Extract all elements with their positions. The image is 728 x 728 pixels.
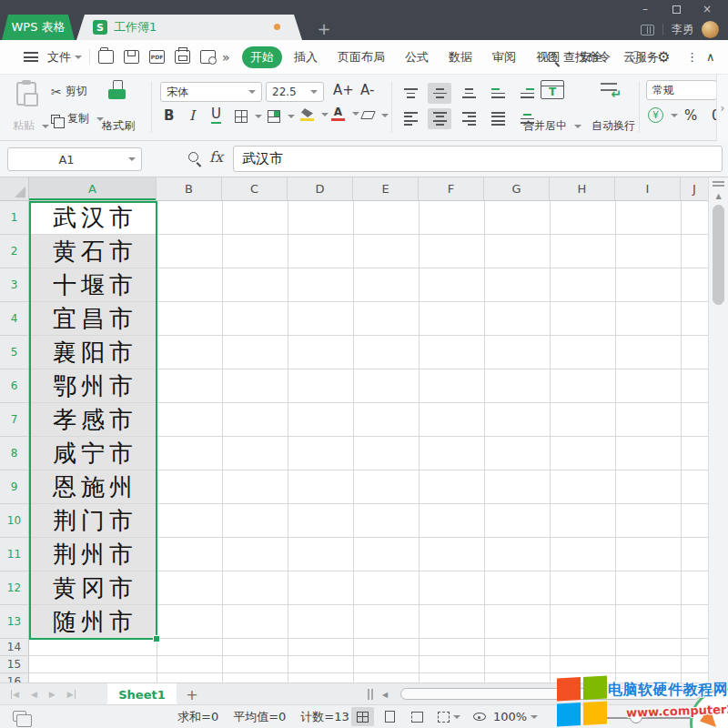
print-preview-icon[interactable] [200,50,216,64]
split-handle-icon[interactable] [713,181,724,183]
maximize-button[interactable] [661,0,692,18]
tab-data[interactable]: 数据 [440,46,480,68]
merge-center-button[interactable]: T [541,80,564,99]
export-pdf-icon[interactable]: PDF [149,50,165,64]
hamburger-menu-button[interactable] [24,40,38,74]
row-header[interactable]: 3 [0,268,28,302]
empty-row[interactable] [29,639,708,656]
row-header[interactable]: 11 [0,538,28,571]
last-sheet-icon[interactable]: ▶ [67,690,76,699]
ribbon-expand-chevron-icon[interactable]: › [716,75,728,141]
feedback-button[interactable] [630,40,642,74]
number-format-select[interactable]: 常规 [646,80,717,100]
paste-button[interactable] [16,82,36,106]
tab-formulas[interactable]: 公式 [397,46,437,68]
merge-center-label[interactable]: 合并居中 [515,118,590,134]
paste-label[interactable]: 粘贴 [9,118,53,134]
zoom-level-button[interactable]: 100% [493,705,538,728]
align-left-button[interactable] [399,108,422,129]
row-header[interactable]: 16 [0,673,28,682]
cell-a13[interactable]: 随州市 [29,605,157,638]
horizontal-split-handle[interactable] [368,689,369,700]
minimize-button[interactable]: – [630,0,661,18]
print-icon[interactable] [175,50,190,64]
prev-sheet-icon[interactable]: ◀ [31,690,37,699]
name-box[interactable]: A1 [7,147,142,171]
fill-color-button[interactable] [300,108,329,121]
row-header[interactable]: 6 [0,369,28,403]
reading-view-button[interactable] [468,707,490,726]
row-header[interactable]: 2 [0,235,28,268]
sheet-tab-sheet1[interactable]: Sheet1 [107,683,177,705]
add-sheet-button[interactable]: + [182,684,202,704]
cell-shading-button[interactable] [268,110,295,123]
align-center-button[interactable] [428,108,451,129]
currency-format-button[interactable]: ¥ [648,107,678,123]
normal-view-button[interactable] [351,707,374,726]
new-document-tab-button[interactable]: + [315,19,333,38]
settings-button[interactable]: ⚙ [657,40,670,74]
page-layout-view-button[interactable] [379,707,401,726]
scroll-left-arrow-icon[interactable]: ◀ [382,691,388,699]
zoom-in-button[interactable]: + [711,707,723,724]
row-header[interactable]: 14 [0,639,28,656]
column-header-a[interactable]: A [29,177,157,200]
tab-home[interactable]: 开始 [242,46,282,68]
open-file-icon[interactable] [98,50,114,64]
zoom-formula-icon[interactable] [188,152,198,162]
borders-button[interactable] [235,110,262,123]
scroll-up-arrow-icon[interactable]: ▲ [709,192,728,200]
decrease-indent-button[interactable] [486,83,510,104]
close-button[interactable]: × [692,0,723,18]
tab-review[interactable]: 审阅 [484,46,524,68]
column-header-c[interactable]: C [222,177,288,200]
overflow-menu-icon[interactable]: ⋮ [686,40,698,74]
document-tab[interactable]: S 工作簿1 [76,15,302,40]
cell-a8[interactable]: 咸宁市 [29,437,157,470]
collapse-ribbon-icon[interactable]: ∧ [706,40,715,74]
row-header[interactable]: 10 [0,504,28,538]
task-pane-icon[interactable] [641,25,654,35]
row-header[interactable]: 12 [0,571,28,605]
cell-a3[interactable]: 十堰市 [29,268,157,301]
first-sheet-icon[interactable]: ◀ [11,690,19,699]
cell-a12[interactable]: 黄冈市 [29,571,157,604]
align-bottom-button[interactable] [457,83,480,104]
column-header-j[interactable]: J [681,177,708,200]
row-header[interactable]: 4 [0,302,28,336]
cell-a7[interactable]: 孝感市 [29,403,157,436]
row-header[interactable]: 9 [0,470,28,504]
next-sheet-icon[interactable]: ▶ [49,690,56,699]
wrap-text-button[interactable]: ↵ [599,80,621,99]
column-header-g[interactable]: G [484,177,550,200]
column-header-i[interactable]: I [615,177,681,200]
percent-format-button[interactable]: % [684,107,697,124]
format-painter-button[interactable] [107,80,127,102]
selection-mode-icon[interactable] [13,711,26,722]
font-name-select[interactable]: 宋体 [160,82,262,102]
shrink-font-button[interactable]: A- [360,82,374,98]
row-header[interactable]: 5 [0,336,28,369]
cell-a9[interactable]: 恩施州 [29,470,157,503]
column-header-e[interactable]: E [353,177,419,200]
wps-app-tab[interactable]: WPS 表格 [2,15,75,40]
cell-a10[interactable]: 荆门市 [29,504,157,537]
grow-font-button[interactable]: A+ [333,82,354,98]
vertical-scrollbar[interactable]: ▲ [708,177,728,682]
custom-view-button[interactable] [433,707,464,726]
italic-button[interactable]: I [189,107,195,124]
save-icon[interactable] [124,50,139,64]
cell-a2[interactable]: 黄石市 [29,235,157,268]
fill-handle[interactable] [153,635,160,642]
row-header[interactable]: 15 [0,656,28,673]
page-break-view-button[interactable] [406,707,429,726]
row-header[interactable]: 7 [0,403,28,437]
tab-insert[interactable]: 插入 [286,46,326,68]
bold-button[interactable]: B [164,107,174,124]
horizontal-scrollbar-thumb[interactable] [400,688,701,700]
align-right-button[interactable] [457,108,480,129]
column-header-b[interactable]: B [157,177,222,200]
user-avatar[interactable] [702,21,719,38]
row-header[interactable]: 1 [0,201,28,235]
find-command[interactable]: 查找命令 [547,40,611,74]
